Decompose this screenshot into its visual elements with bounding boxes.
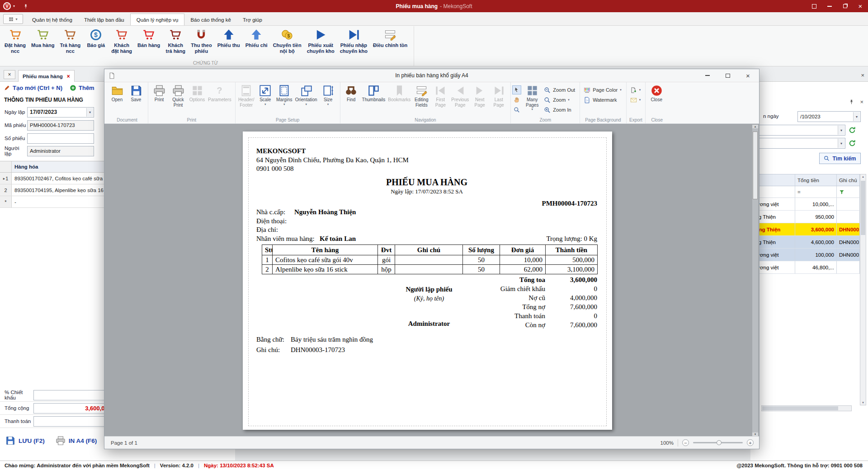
margins-icon <box>278 85 290 97</box>
ribbon-button-phieu-xuat-chuyen-kho[interactable]: Phiếu xuất chuyển kho <box>304 27 337 54</box>
vertical-scrollbar[interactable]: ▴ ▾ <box>860 174 866 405</box>
thanh-toan-input[interactable] <box>33 416 114 427</box>
filter-combo-1[interactable]: ▾ <box>755 125 845 136</box>
pin-icon[interactable] <box>849 99 854 105</box>
maximize-button[interactable] <box>717 69 738 82</box>
zoom-in-button[interactable]: + <box>747 439 754 446</box>
pin-icon[interactable] <box>23 4 28 9</box>
fullscreen-button[interactable] <box>811 3 817 9</box>
table-row[interactable]: àng Thiện 4,600,000 DHN000... <box>750 236 860 249</box>
zoom-slider-thumb[interactable] <box>717 440 722 445</box>
table-row[interactable]: Hương việt 100,000 DHN000... <box>750 249 860 261</box>
menu-tab-tro-giup[interactable]: Trợ giúp <box>237 14 268 25</box>
create-new-link[interactable]: Tạo mới (Ctrl + N) <box>4 85 62 91</box>
chiet-khau-input[interactable] <box>33 390 114 400</box>
nguoi-lap-input[interactable]: Administrator <box>27 146 94 156</box>
tabstrip-close-icon[interactable]: × <box>861 72 864 79</box>
so-phieu-input[interactable] <box>27 133 94 144</box>
search-button[interactable]: Tìm kiếm <box>819 153 861 164</box>
magnifier-tool-button[interactable] <box>512 105 521 114</box>
chevron-down-icon[interactable]: ▾ <box>13 4 15 8</box>
scrollbar-thumb[interactable] <box>762 406 838 410</box>
column-header[interactable]: Tổng tiền <box>795 174 837 186</box>
orientation-button[interactable]: Orientation ▾ <box>294 83 319 106</box>
quick-print-button[interactable]: Quick Print <box>169 83 188 108</box>
add-link[interactable]: Thêm <box>70 85 94 91</box>
zoom-slider[interactable] <box>693 442 743 443</box>
refresh-icon[interactable] <box>848 139 856 147</box>
ribbon-button-dieu-chinh-ton[interactable]: Điều chỉnh tồn <box>370 27 410 48</box>
ribbon-button-khach-tra-hang[interactable]: Khách trả hàng <box>163 27 188 54</box>
menu-tab-bao-cao-thong-ke[interactable]: Báo cáo thống kê <box>184 14 237 25</box>
ribbon-button-phieu-nhap-chuyen-kho[interactable]: Phiếu nhập chuyển kho <box>337 27 370 54</box>
zoom-out-button[interactable]: Zoom Out <box>542 85 577 94</box>
ribbon-button-khach-dat-hang[interactable]: Khách đặt hàng <box>108 27 135 54</box>
save-button[interactable]: Save <box>127 83 146 103</box>
zoom-in-button[interactable]: Zoom In <box>542 105 577 114</box>
page-color-button[interactable]: Page Color ▾ <box>581 85 624 94</box>
ribbon-button-bao-gia[interactable]: Báo giá <box>83 27 108 48</box>
thumbnails-button[interactable]: Thumbnails <box>361 83 387 103</box>
save-button[interactable]: LƯU (F2) <box>2 434 48 447</box>
pointer-tool-button[interactable] <box>512 85 521 94</box>
print-a4-button[interactable]: IN A4 (F6) <box>52 434 101 447</box>
ribbon-button-mua-hang[interactable]: Mua hàng <box>28 27 57 48</box>
column-header[interactable]: Ghi chú <box>837 174 860 186</box>
ribbon-button-ban-hang[interactable]: Bán hàng <box>135 27 163 48</box>
preview-vertical-scrollbar[interactable]: ▴ ▾ <box>752 125 758 436</box>
filter-combo-2[interactable]: ▾ <box>755 138 845 149</box>
ribbon-button-dat-hang-ncc[interactable]: Đặt hàng ncc <box>2 27 28 54</box>
maximize-button[interactable] <box>842 3 848 9</box>
close-tab-icon[interactable]: × <box>67 73 70 80</box>
close-button[interactable]: × <box>857 3 863 9</box>
many-pages-button[interactable]: Many Pages ▾ <box>523 83 542 111</box>
scrollbar-thumb[interactable] <box>861 181 865 235</box>
print-button[interactable]: Print <box>150 83 169 103</box>
close-panel-icon[interactable]: × <box>860 99 863 105</box>
filter-row[interactable]: = <box>750 186 860 198</box>
zoom-out-button[interactable]: − <box>682 439 689 446</box>
export-document-button[interactable]: ▾ <box>628 85 643 94</box>
tab-phieu-mua-hang[interactable]: Phiếu mua hàng × <box>18 70 75 82</box>
preview-area[interactable]: MEKONGSOFT 64 Nguyễn Đình Chiểu, Phường … <box>104 124 759 437</box>
minimize-button[interactable] <box>826 3 833 9</box>
menu-tab-quan-tri-he-thong[interactable]: Quản trị hệ thống <box>26 14 78 25</box>
close-button[interactable]: × <box>738 69 758 82</box>
table-row[interactable]: Hương việt 46,800,... <box>750 261 860 274</box>
chevron-down-icon[interactable]: ▾ <box>86 108 93 117</box>
ngay-lap-date-input[interactable]: 17/07/2023 ▾ <box>27 107 94 118</box>
application-window: V ▾ Phiếu mua hàng- MekongSoft × ▾ Quản … <box>0 0 868 470</box>
editing-fields-button[interactable]: Editing Fields <box>412 83 431 108</box>
table-row-selected[interactable]: oàng Thiện 3,600,000 DHN000... <box>750 223 860 236</box>
open-button[interactable]: Open <box>108 83 127 103</box>
scrollbar-thumb[interactable] <box>753 132 758 199</box>
ribbon-button-phieu-thu[interactable]: Phiếu thu <box>215 27 243 48</box>
ribbon-button-chuyen-tien-noi-bo[interactable]: Chuyển tiền nội bộ <box>270 27 304 54</box>
menu-tab-quan-ly-nghiep-vu[interactable]: Quản lý nghiệp vụ <box>130 14 185 25</box>
ribbon-button-thu-theo-phieu[interactable]: Thu theo phiếu <box>188 27 214 54</box>
size-button[interactable]: Size ▾ <box>319 83 338 106</box>
zoom-dropdown-button[interactable]: Zoom ▾ <box>542 95 577 104</box>
menu-tab-thiet-lap-ban-dau[interactable]: Thiết lập ban đầu <box>78 14 130 25</box>
dialog-titlebar[interactable]: In phiếu bán hàng khổ giấy A4 × <box>104 69 759 82</box>
horizontal-scrollbar[interactable] <box>761 405 852 411</box>
table-row[interactable]: àng Thiện 950,000 <box>750 211 860 223</box>
date-filter-combo[interactable]: /10/2023 ▾ <box>797 111 861 122</box>
close-preview-button[interactable]: Close <box>647 83 666 103</box>
find-button[interactable]: Find <box>342 83 361 103</box>
options-grid-icon <box>191 85 203 97</box>
margins-button[interactable]: Margins ▾ <box>275 83 294 106</box>
minimize-button[interactable] <box>697 69 717 82</box>
ma-phieu-input[interactable]: PMH00004-170723 <box>27 120 94 131</box>
hand-tool-button[interactable] <box>512 95 521 104</box>
close-all-tabs-button[interactable]: × <box>4 70 15 79</box>
ribbon-button-phieu-chi[interactable]: Phiếu chi <box>243 27 270 48</box>
table-row[interactable]: Hương việt 10,000,... <box>750 198 860 211</box>
send-email-button[interactable]: ▾ <box>628 95 643 104</box>
watermark-button[interactable]: Watermark <box>581 95 624 104</box>
scale-button[interactable]: Scale ▾ <box>256 83 275 106</box>
app-menu-button[interactable]: ▾ <box>3 14 23 24</box>
ribbon-button-tra-hang-ncc[interactable]: Trả hàng ncc <box>57 27 83 54</box>
refresh-icon[interactable] <box>848 126 856 134</box>
filter-funnel-icon[interactable] <box>839 189 844 195</box>
